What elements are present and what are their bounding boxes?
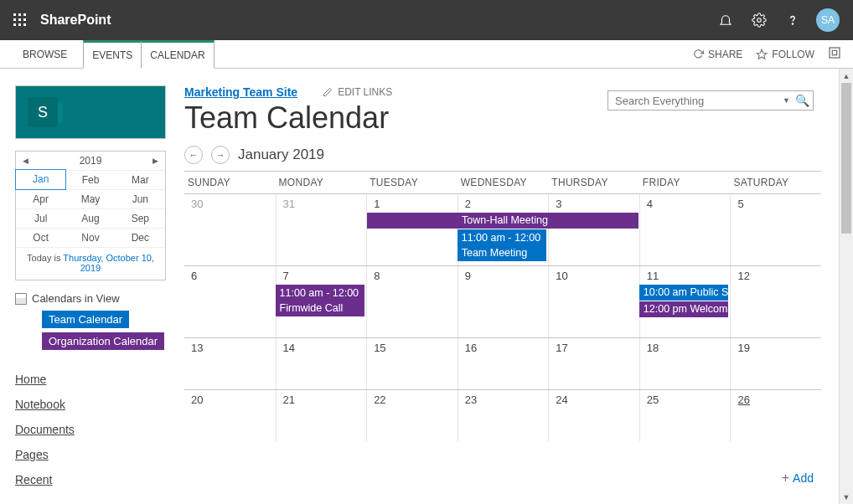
mini-month-may[interactable]: May bbox=[65, 189, 115, 208]
mini-month-dec[interactable]: Dec bbox=[116, 228, 165, 247]
share-button[interactable]: SHARE bbox=[692, 49, 742, 60]
brand-label[interactable]: SharePoint bbox=[40, 13, 111, 28]
vertical-scrollbar[interactable]: ▲ ▼ bbox=[839, 69, 853, 504]
svg-point-10 bbox=[792, 23, 793, 24]
calendar-event[interactable]: Town-Hall Meeting bbox=[367, 213, 638, 229]
calendar-day[interactable]: 25 bbox=[639, 390, 731, 441]
calendar-day[interactable]: 31 bbox=[276, 194, 367, 265]
calendar-day[interactable]: 15 bbox=[366, 338, 458, 389]
mini-month-oct[interactable]: Oct bbox=[16, 228, 65, 247]
mini-today-link[interactable]: Thursday, October 10, 2019 bbox=[63, 253, 154, 273]
mini-next-year-icon[interactable]: ▶ bbox=[153, 157, 158, 165]
search-go-icon[interactable]: 🔍 bbox=[795, 94, 809, 107]
nav-item-documents[interactable]: Documents bbox=[15, 417, 181, 442]
calendars-in-view-label: Calendars in View bbox=[32, 292, 120, 305]
calendar-day[interactable]: 9 bbox=[458, 266, 549, 337]
mini-month-apr[interactable]: Apr bbox=[16, 189, 65, 208]
mini-month-jun[interactable]: Jun bbox=[116, 189, 165, 208]
calendar-overlay-org[interactable]: Organization Calendar bbox=[42, 332, 164, 350]
nav-item-pages[interactable]: Pages bbox=[15, 442, 181, 467]
calendar-day[interactable]: 12 bbox=[730, 266, 821, 337]
calendar-event[interactable]: 12:00 pm Welcom bbox=[639, 301, 729, 317]
calendar-day[interactable]: 20 bbox=[184, 390, 276, 441]
calendar-overlay-team[interactable]: Team Calendar bbox=[42, 311, 129, 328]
mini-today-prefix: Today is bbox=[27, 253, 63, 263]
calendar-grid: SUNDAYMONDAYTUESDAYWEDNESDAYTHURSDAYFRID… bbox=[184, 171, 821, 441]
help-icon[interactable] bbox=[776, 0, 809, 40]
calendar-day[interactable]: 22 bbox=[366, 390, 458, 441]
nav-item-home[interactable]: Home bbox=[15, 367, 181, 392]
mini-month-jul[interactable]: Jul bbox=[16, 208, 65, 228]
next-month-button[interactable]: → bbox=[211, 146, 230, 164]
calendar-event[interactable]: 11:00 am - 12:00Firmwide Call bbox=[276, 285, 365, 316]
calendar-day[interactable]: 18 bbox=[639, 338, 731, 389]
calendar-day[interactable]: 19 bbox=[730, 338, 821, 389]
left-nav: S ◀ 2019 ▶ JanFebMarAprMayJunJulAugSepOc… bbox=[15, 85, 181, 492]
edit-links-label: EDIT LINKS bbox=[338, 86, 392, 98]
scroll-up-icon[interactable]: ▲ bbox=[840, 69, 853, 83]
calendar-day[interactable]: 30 bbox=[184, 194, 276, 265]
calendar-event[interactable]: 11:00 am - 12:00Team Meeting bbox=[458, 229, 547, 261]
mini-calendar: ◀ 2019 ▶ JanFebMarAprMayJunJulAugSepOctN… bbox=[15, 151, 166, 280]
search-scope-dropdown-icon[interactable]: ▼ bbox=[783, 96, 790, 105]
dow-header: SATURDAY bbox=[730, 172, 821, 193]
svg-rect-12 bbox=[830, 48, 840, 58]
mini-year-label[interactable]: 2019 bbox=[80, 155, 102, 167]
calendar-icon bbox=[15, 293, 27, 305]
calendar-day[interactable]: 21 bbox=[276, 390, 367, 441]
follow-button[interactable]: FOLLOW bbox=[756, 49, 814, 60]
search-input[interactable] bbox=[615, 95, 778, 107]
scrollbar-thumb[interactable] bbox=[841, 83, 851, 234]
nav-item-recent[interactable]: Recent bbox=[15, 467, 181, 492]
edit-links-button[interactable]: EDIT LINKS bbox=[323, 86, 392, 98]
svg-rect-0 bbox=[13, 13, 16, 16]
svg-rect-7 bbox=[18, 23, 21, 26]
mini-month-jan[interactable]: Jan bbox=[15, 169, 66, 190]
calendar-day[interactable]: 17 bbox=[548, 338, 639, 389]
calendar-day[interactable]: 8 bbox=[366, 266, 458, 337]
app-launcher-icon[interactable] bbox=[7, 7, 34, 33]
calendar-day[interactable]: 13 bbox=[184, 338, 276, 389]
svg-rect-3 bbox=[13, 18, 16, 21]
add-label: Add bbox=[793, 471, 814, 485]
calendar-day[interactable]: 4 bbox=[639, 194, 731, 265]
mini-month-feb[interactable]: Feb bbox=[65, 170, 115, 189]
calendars-in-view-header[interactable]: Calendars in View bbox=[15, 291, 181, 306]
tab-calendar[interactable]: CALENDAR bbox=[142, 40, 214, 69]
calendar-day[interactable]: 5 bbox=[730, 194, 821, 265]
calendar-week: 303112345Town-Hall Meeting11:00 am - 12:… bbox=[184, 193, 821, 265]
calendar-day[interactable]: 10 bbox=[548, 266, 639, 337]
calendar-day[interactable]: 23 bbox=[458, 390, 549, 441]
mini-month-mar[interactable]: Mar bbox=[116, 170, 165, 189]
calendar-day[interactable]: 24 bbox=[548, 390, 639, 441]
sharepoint-logo-icon: S bbox=[28, 97, 58, 127]
month-label: January 2019 bbox=[238, 147, 324, 163]
dow-header: SUNDAY bbox=[184, 172, 276, 193]
calendar-day[interactable]: 1 bbox=[366, 194, 458, 265]
mini-month-aug[interactable]: Aug bbox=[65, 208, 115, 228]
mini-month-nov[interactable]: Nov bbox=[65, 228, 115, 247]
tab-events[interactable]: EVENTS bbox=[83, 40, 142, 69]
settings-icon[interactable] bbox=[742, 0, 776, 40]
avatar[interactable]: SA bbox=[816, 8, 840, 32]
calendar-day[interactable]: 14 bbox=[276, 338, 367, 389]
calendar-day[interactable]: 26 bbox=[730, 390, 821, 441]
prev-month-button[interactable]: ← bbox=[184, 146, 203, 164]
calendar-day[interactable]: 16 bbox=[458, 338, 549, 389]
scroll-down-icon[interactable]: ▼ bbox=[840, 490, 853, 504]
notifications-icon[interactable] bbox=[709, 0, 742, 40]
add-event-button[interactable]: + Add bbox=[782, 471, 814, 486]
share-label: SHARE bbox=[708, 49, 742, 60]
mini-prev-year-icon[interactable]: ◀ bbox=[23, 157, 28, 165]
site-logo[interactable]: S bbox=[15, 85, 166, 139]
nav-item-notebook[interactable]: Notebook bbox=[15, 392, 181, 417]
site-breadcrumb[interactable]: Marketing Team Site bbox=[184, 85, 297, 99]
calendar-day[interactable]: 6 bbox=[184, 266, 276, 337]
svg-rect-6 bbox=[13, 23, 16, 26]
search-box[interactable]: ▼ 🔍 bbox=[607, 90, 814, 111]
calendar-event[interactable]: 10:00 am Public S bbox=[639, 285, 729, 301]
calendar-day[interactable]: 3 bbox=[548, 194, 639, 265]
mini-month-sep[interactable]: Sep bbox=[116, 208, 165, 228]
focus-content-icon[interactable] bbox=[828, 46, 841, 62]
tab-browse[interactable]: BROWSE bbox=[12, 40, 78, 68]
